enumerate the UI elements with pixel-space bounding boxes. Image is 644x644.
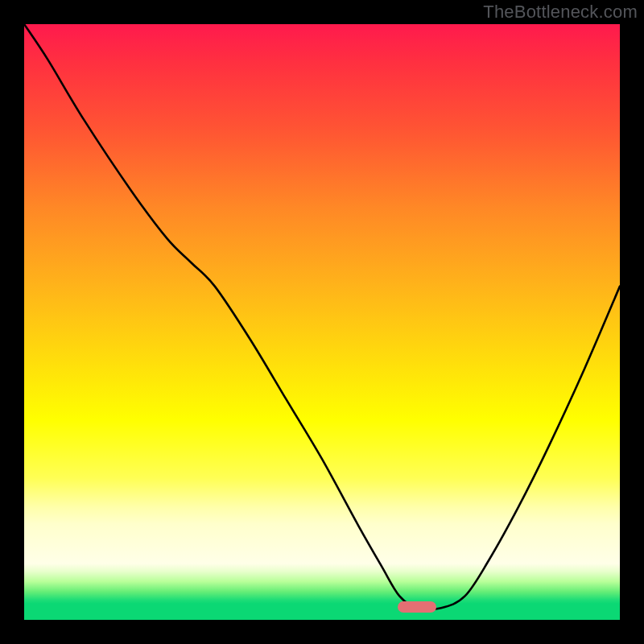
bottleneck-curve (24, 24, 620, 609)
watermark-text: TheBottleneck.com (483, 2, 638, 23)
optimal-marker (398, 601, 436, 613)
chart-frame: TheBottleneck.com (0, 0, 644, 644)
plot-area (24, 24, 620, 620)
curve-svg (24, 24, 620, 620)
